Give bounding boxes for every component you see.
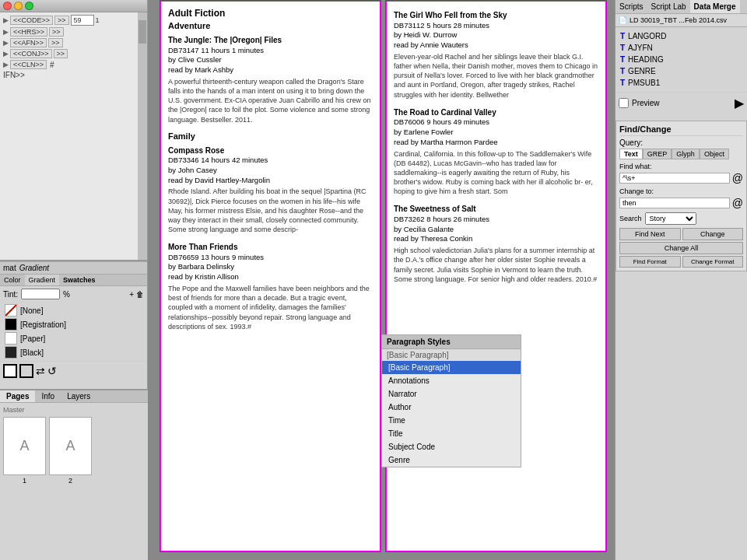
ps-item-annotations[interactable]: Annotations (382, 374, 521, 387)
ps-item-author[interactable]: Author (382, 401, 521, 414)
tab-script-label[interactable]: Script Lab (647, 0, 690, 13)
right-panel-tabs: Scripts Script Lab Data Merge (615, 0, 747, 14)
book-narrator-r1: read by Annie Wauters (394, 40, 598, 51)
swatch-registration[interactable]: [Registration] (3, 317, 144, 331)
book-title-r1: The Girl Who Fell from the Sky (394, 10, 598, 21)
arrow-btn-4[interactable]: >> (54, 49, 68, 58)
find-change-title: Find/Change (619, 124, 743, 136)
ps-item-time[interactable]: Time (382, 414, 521, 427)
para-styles-title[interactable]: Paragraph Styles (382, 335, 521, 349)
book-narrator-3: read by Kristin Allison (168, 272, 373, 282)
find-input[interactable] (619, 173, 730, 184)
preview-checkbox[interactable] (619, 98, 629, 108)
tag-item-3[interactable]: T HEADING (617, 54, 745, 65)
swatch-black[interactable]: [Black] (3, 345, 144, 359)
tag-item-2[interactable]: T AJYFN (617, 42, 745, 54)
book-desc-r3: High school valedictorian Julia's plans … (394, 246, 598, 284)
swatch-color-icons: ⇄ ↺ (0, 361, 147, 380)
right-page: The Girl Who Fell from the Sky DB73112 5… (385, 0, 607, 552)
tab-gradient[interactable]: Gradient (25, 275, 60, 285)
pages-content: Master A 1 A 2 (0, 403, 148, 488)
code-tag-1[interactable]: <<CODE>> (10, 16, 53, 25)
preview-arrow-icon[interactable]: ▶ (735, 96, 744, 110)
format-toolbar-item[interactable]: mat (3, 264, 16, 272)
swatch-paper[interactable]: [Paper] (3, 331, 144, 345)
book-id-1: DB73147 (168, 46, 199, 54)
left-page: Adult Fiction Adventure The Jungle: The … (160, 0, 381, 552)
tab-pages[interactable]: Pages (0, 390, 35, 402)
fill-color-icon[interactable] (3, 364, 17, 378)
book-meta-3: DB76659 13 hours 9 minutes (168, 253, 373, 263)
tab-object[interactable]: Object (700, 149, 729, 159)
find-mode-tabs: Text GREP Glyph Object (619, 149, 743, 159)
change-input[interactable] (619, 198, 730, 208)
find-format-btn[interactable]: Find Format (619, 256, 681, 268)
data-source-filename: LD 30019_TBT ...Feb 2014.csv (630, 16, 727, 24)
tab-info[interactable]: Info (35, 390, 61, 402)
find-next-btn[interactable]: Find Next (619, 228, 681, 240)
tag-item-1[interactable]: T LANGORD (617, 30, 745, 42)
win-max-btn[interactable] (25, 2, 33, 10)
tab-data-merge[interactable]: Data Merge (690, 0, 740, 13)
arrow-btn-2[interactable]: >> (49, 27, 64, 37)
find-special-icon[interactable]: @ (732, 172, 743, 184)
book-title-3: More Than Friends (168, 242, 373, 253)
swatch-black-icon (5, 346, 17, 359)
win-min-btn[interactable] (14, 2, 23, 10)
tab-color[interactable]: Color (0, 275, 25, 285)
ps-item-title[interactable]: Title (382, 427, 521, 440)
tab-swatches[interactable]: Swatches (59, 275, 100, 285)
tag-type-2: T (620, 44, 625, 52)
change-all-btn[interactable]: Change All (619, 242, 743, 254)
arrow-btn-3[interactable]: >> (48, 38, 63, 47)
subcategory-adventure: Adventure (168, 20, 373, 32)
pages-panel: Pages Info Layers Master A 1 A 2 (0, 389, 148, 560)
tab-scripts[interactable]: Scripts (615, 0, 647, 13)
swatch-paper-icon (5, 332, 17, 345)
code-tag-2[interactable]: <<HRS>> (10, 27, 47, 37)
swap-colors-btn[interactable]: ⇄ (36, 365, 45, 377)
ps-item-subject-code[interactable]: Subject Code (382, 440, 521, 453)
gradient-label[interactable]: Gradient (19, 264, 49, 272)
page-thumb-2[interactable]: A 2 (49, 417, 92, 485)
tab-layers[interactable]: Layers (61, 390, 96, 402)
tag-item-5[interactable]: T PMSUB1 (617, 77, 745, 89)
swatch-none[interactable]: [None] (3, 303, 144, 317)
ps-item-basic-paragraph[interactable]: [Basic Paragraph] (382, 361, 521, 374)
change-to-label: Change to: (619, 187, 743, 195)
arrow-btn-1[interactable]: >> (54, 16, 69, 25)
code-tag-4[interactable]: <<CONJ>> (10, 49, 52, 58)
reset-colors-btn[interactable]: ↺ (47, 365, 57, 377)
page-thumb-1[interactable]: A 1 (3, 417, 46, 485)
search-select[interactable]: Story Document (645, 212, 696, 225)
tab-glyph[interactable]: Glyph (672, 149, 700, 159)
ps-item-genre[interactable]: Genre (382, 453, 521, 467)
tab-text[interactable]: Text (619, 149, 643, 159)
win-close-btn[interactable] (3, 2, 12, 10)
page-content-icon-2: A (65, 438, 75, 454)
ps-item-narrator[interactable]: Narrator (382, 387, 521, 401)
change-special-icon[interactable]: @ (732, 197, 743, 209)
stroke-color-icon[interactable] (19, 364, 33, 378)
change-format-btn[interactable]: Change Format (682, 256, 744, 268)
tint-row: Tint: % + 🗑 (0, 286, 147, 302)
new-swatch-btn[interactable]: + (129, 290, 134, 299)
book-desc-1: A powerful thirteenth-century weapon cal… (168, 77, 373, 124)
tint-input[interactable] (21, 289, 60, 299)
paragraph-styles-panel: Paragraph Styles [Basic Paragraph] [Basi… (381, 334, 521, 467)
code-value-1[interactable]: 59 (71, 15, 94, 26)
left-panel-scrollbar[interactable] (138, 12, 147, 260)
book-meta-2: DB73346 14 hours 42 minutes (168, 156, 373, 166)
code-tag-5[interactable]: <<CLN>> (10, 60, 47, 69)
swatch-panel-container: mat Gradient Color Gradient Swatches Tin… (0, 261, 147, 380)
book-duration-r2: 9 hours 49 minutes (426, 117, 489, 126)
palette-titlebar[interactable] (0, 0, 147, 12)
change-btn[interactable]: Change (682, 228, 744, 240)
tag-item-4[interactable]: T GENRE (617, 65, 745, 77)
search-label: Search (619, 215, 642, 222)
code-tag-3[interactable]: <<AFN>> (10, 38, 47, 47)
right-panel: Scripts Script Lab Data Merge 📄 LD 30019… (615, 0, 747, 560)
delete-swatch-btn[interactable]: 🗑 (136, 290, 144, 299)
code-row-6: IFN>> (2, 70, 146, 80)
tab-grep[interactable]: GREP (643, 149, 672, 159)
